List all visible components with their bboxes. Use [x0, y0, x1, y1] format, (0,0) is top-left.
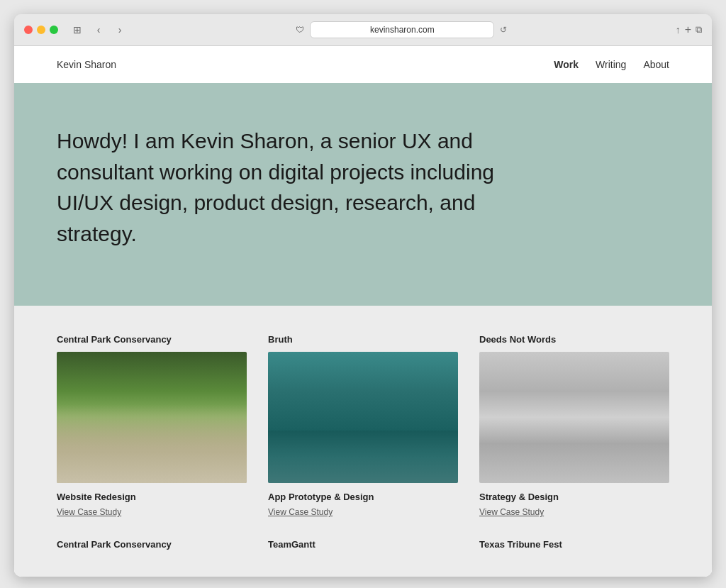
browser-window: ⊞ ‹ › 🛡 kevinsharon.com ↺ ↑ + ⧉ Kevin Sh…	[14, 14, 712, 577]
forward-button[interactable]: ›	[112, 22, 128, 38]
nav-about[interactable]: About	[643, 59, 669, 70]
site-logo[interactable]: Kevin Sharon	[57, 59, 116, 70]
work-item-3-title: Deeds Not Words	[479, 334, 669, 345]
work-item-3-image[interactable]	[479, 352, 669, 483]
back-button[interactable]: ‹	[91, 22, 106, 38]
hero-section: Howdy! I am Kevin Sharon, a senior UX an…	[14, 83, 712, 306]
row2-title-3: Texas Tribune Fest	[479, 539, 669, 555]
browser-actions: ↑ + ⧉	[676, 23, 702, 36]
security-icon: 🛡	[296, 25, 304, 35]
window-manage-icon[interactable]: ⧉	[696, 24, 702, 35]
work-item-3-link[interactable]: View Case Study	[479, 507, 544, 517]
work-item-2-link[interactable]: View Case Study	[268, 507, 333, 517]
maximize-button[interactable]	[50, 26, 58, 34]
work-item-2: Bruth App Prototype & Design View Case S…	[268, 334, 458, 518]
minimize-button[interactable]	[37, 26, 45, 34]
traffic-lights	[24, 26, 58, 34]
address-bar[interactable]: kevinsharon.com	[310, 21, 494, 38]
share-icon[interactable]: ↑	[676, 24, 681, 35]
central-park-img	[57, 352, 247, 483]
work-item-1-subtitle: Website Redesign	[57, 492, 247, 502]
new-tab-icon[interactable]: +	[685, 23, 691, 36]
work-item-2-subtitle: App Prototype & Design	[268, 492, 458, 502]
deeds-img	[479, 352, 669, 483]
work-item-1-image[interactable]	[57, 352, 247, 483]
site-header: Kevin Sharon Work Writing About	[14, 46, 712, 83]
work-item-1-link[interactable]: View Case Study	[57, 507, 121, 517]
close-button[interactable]	[24, 26, 33, 34]
address-bar-wrapper: 🛡 kevinsharon.com ↺	[135, 21, 669, 38]
bruth-img	[268, 352, 458, 483]
work-section: Central Park Conservancy Website Redesig…	[14, 306, 712, 577]
reload-button[interactable]: ↺	[500, 25, 507, 35]
work-item-2-image[interactable]	[268, 352, 458, 483]
site-nav: Work Writing About	[554, 59, 669, 70]
work-row2: Central Park Conservancy TeamGantt Texas…	[57, 539, 669, 555]
work-item-3: Deeds Not Words Strategy & Design View C…	[479, 334, 669, 518]
row2-title-2: TeamGantt	[268, 539, 458, 555]
row2-title-1: Central Park Conservancy	[57, 539, 247, 555]
sidebar-toggle-icon[interactable]: ⊞	[69, 22, 85, 38]
work-grid: Central Park Conservancy Website Redesig…	[57, 334, 669, 518]
work-item-3-subtitle: Strategy & Design	[479, 492, 669, 502]
nav-work[interactable]: Work	[554, 59, 579, 70]
work-item-1: Central Park Conservancy Website Redesig…	[57, 334, 247, 518]
work-item-1-title: Central Park Conservancy	[57, 334, 247, 345]
website-content: Kevin Sharon Work Writing About Howdy! I…	[14, 46, 712, 577]
hero-text: Howdy! I am Kevin Sharon, a senior UX an…	[57, 126, 496, 249]
nav-writing[interactable]: Writing	[596, 59, 626, 70]
work-item-2-title: Bruth	[268, 334, 458, 345]
browser-controls: ⊞ ‹ ›	[69, 22, 128, 38]
browser-titlebar: ⊞ ‹ › 🛡 kevinsharon.com ↺ ↑ + ⧉	[14, 14, 712, 46]
